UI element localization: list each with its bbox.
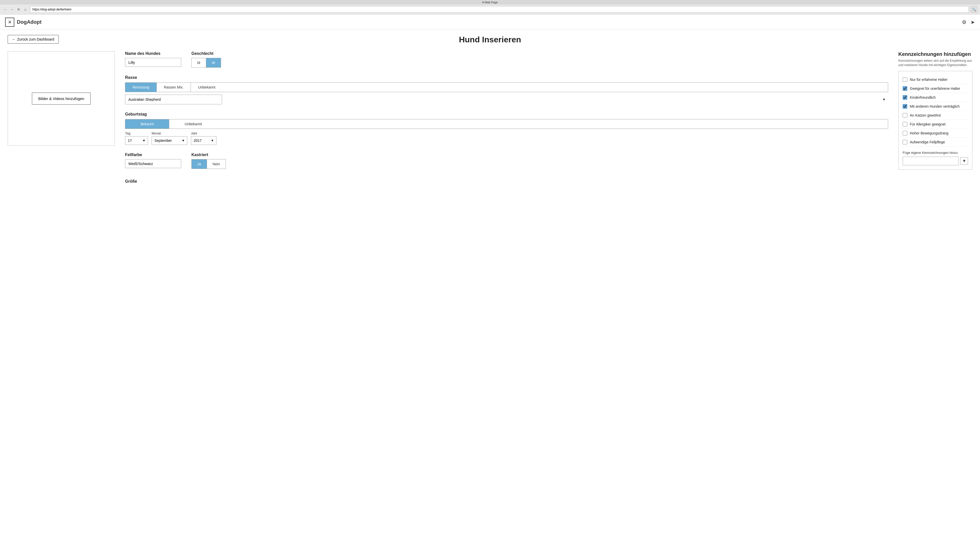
year-select-wrapper: 2017 2016 2015 ▼ xyxy=(191,136,216,145)
race-mix-button[interactable]: Rassen Mix. xyxy=(156,83,191,92)
birthday-bekannt-button[interactable]: Bekannt xyxy=(125,119,169,129)
day-select[interactable]: 17 xyxy=(125,136,148,145)
kennzeichnung-panel: Kennzeichnungen hinzufügen Kennzeichnung… xyxy=(898,51,972,184)
year-select[interactable]: 2017 2016 2015 xyxy=(191,136,216,145)
month-select-wrapper: Januar Februar März April Mai Juni Juli … xyxy=(151,136,187,145)
kenn-item: An Katzen gewöhnt xyxy=(903,111,968,120)
kastriert-toggle: Ja Nein xyxy=(191,159,226,169)
birthday-section: Geburtstag Bekannt Unbekannt Tag 17 ▼ xyxy=(125,112,888,145)
year-label: Jahr xyxy=(191,131,216,135)
kenn-item: Kinderfreundlich xyxy=(903,93,968,102)
nav-buttons: ← → ✕ ⌂ xyxy=(3,6,28,12)
kenn-add-row: + xyxy=(903,157,968,165)
race-label: Rasse xyxy=(125,75,888,80)
day-select-wrapper: 17 ▼ xyxy=(125,136,148,145)
gender-toggle: M W xyxy=(191,58,221,68)
kenn-title: Kennzeichnungen hinzufügen xyxy=(898,51,972,57)
kenn-add-input[interactable] xyxy=(903,157,959,165)
kastriert-nein-button[interactable]: Nein xyxy=(207,159,226,168)
kenn-add-section: Füge eigene Kennzeichnungen hinzu: + xyxy=(903,151,968,165)
fell-kastriert-row: Fellfarbe Kastriert Ja Nein xyxy=(125,152,888,169)
race-reinrassig-button[interactable]: Reinrassig xyxy=(125,83,156,92)
kenn-label-4: An Katzen gewöhnt xyxy=(910,113,941,118)
month-select[interactable]: Januar Februar März April Mai Juni Juli … xyxy=(151,136,187,145)
fell-group: Fellfarbe xyxy=(125,152,181,168)
back-button[interactable]: ← Zurück zum Dashboard xyxy=(8,35,59,44)
breed-select[interactable]: Australian Shepherd Labrador Golden Retr… xyxy=(125,95,222,104)
breed-select-wrapper: Australian Shepherd Labrador Golden Retr… xyxy=(125,95,888,104)
kastriert-label: Kastriert xyxy=(191,152,226,157)
app-header: ✕ DogAdopt ⚙ ➤ xyxy=(0,14,980,30)
birthday-unbekannt-button[interactable]: Unbekannt xyxy=(169,119,217,129)
race-section: Rasse Reinrassig Rassen Mix. Unbekannt A… xyxy=(125,75,888,104)
kenn-box: Nur für erfahrene Halter Geeignet für un… xyxy=(898,71,972,170)
gender-group: Geschlecht M W xyxy=(191,51,221,68)
kenn-checkbox-0[interactable] xyxy=(903,77,907,82)
kenn-checkbox-7[interactable] xyxy=(903,140,907,144)
logout-button[interactable]: ➤ xyxy=(970,19,975,25)
fell-input[interactable] xyxy=(125,159,181,168)
day-label: Tag xyxy=(125,131,148,135)
app-logo: ✕ DogAdopt xyxy=(5,17,41,27)
name-label: Name des Hundes xyxy=(125,51,181,56)
form-panel: Name des Hundes Geschlecht M W Rasse Rei… xyxy=(125,51,888,184)
kenn-item: Nur für erfahrene Halter xyxy=(903,75,968,84)
gender-label: Geschlecht xyxy=(191,51,221,56)
grosse-section: Größe xyxy=(125,179,888,184)
day-group: Tag 17 ▼ xyxy=(125,131,148,145)
name-group: Name des Hundes xyxy=(125,51,181,67)
kenn-checkbox-6[interactable] xyxy=(903,131,907,135)
settings-button[interactable]: ⚙ xyxy=(962,19,966,25)
kastriert-group: Kastriert Ja Nein xyxy=(191,152,226,169)
gender-w-button[interactable]: W xyxy=(206,58,221,67)
kenn-checkbox-4[interactable] xyxy=(903,113,907,118)
browser-toolbar: ← → ✕ ⌂ 🔍 xyxy=(0,5,980,14)
page-header: ← Zurück zum Dashboard Hund Inserieren xyxy=(0,30,980,46)
back-nav-button[interactable]: ← xyxy=(3,6,8,12)
kenn-item: Hoher Bewegungsdrang xyxy=(903,129,968,138)
browser-chrome: A Web Page ← → ✕ ⌂ 🔍 xyxy=(0,0,980,14)
kenn-label-7: Aufwendige Fellpflege xyxy=(910,140,945,144)
grosse-label: Größe xyxy=(125,179,137,183)
add-media-button[interactable]: Bilder & Videos hinzufügen xyxy=(32,93,91,105)
year-group: Jahr 2017 2016 2015 ▼ xyxy=(191,131,216,145)
kenn-checkbox-5[interactable] xyxy=(903,122,907,127)
page-container: ← Zurück zum Dashboard Hund Inserieren B… xyxy=(0,30,980,551)
page-title: Hund Inserieren xyxy=(459,35,521,44)
home-nav-button[interactable]: ⌂ xyxy=(22,6,28,12)
logo-x-icon: ✕ xyxy=(8,19,12,25)
birthday-toggle: Bekannt Unbekannt xyxy=(125,119,888,129)
image-upload-box: Bilder & Videos hinzufügen xyxy=(8,51,115,146)
close-nav-button[interactable]: ✕ xyxy=(16,6,21,12)
address-bar[interactable] xyxy=(30,6,969,13)
header-actions: ⚙ ➤ xyxy=(962,19,975,25)
birthday-label: Geburtstag xyxy=(125,112,888,117)
kenn-subtitle: Kennzeichnungen wirken sich auf die Empf… xyxy=(898,59,972,67)
kenn-checkbox-3[interactable] xyxy=(903,104,907,109)
main-content: Bilder & Videos hinzufügen Name des Hund… xyxy=(0,46,980,189)
search-button[interactable]: 🔍 xyxy=(971,6,977,13)
kenn-checkbox-2[interactable] xyxy=(903,95,907,100)
race-unbekannt-button[interactable]: Unbekannt xyxy=(191,83,223,92)
app-name: DogAdopt xyxy=(17,19,41,25)
breed-select-arrow-icon: ▼ xyxy=(883,98,886,101)
kenn-add-button[interactable]: + xyxy=(960,157,968,165)
kenn-label-5: Für Allergiker geeignet xyxy=(910,122,945,126)
image-panel: Bilder & Videos hinzufügen xyxy=(8,51,115,184)
kastriert-ja-button[interactable]: Ja xyxy=(192,159,207,168)
gender-m-button[interactable]: M xyxy=(192,58,206,67)
kenn-item: Für Allergiker geeignet xyxy=(903,120,968,129)
name-input[interactable] xyxy=(125,58,181,67)
back-arrow-icon: ← xyxy=(12,37,16,41)
kenn-add-label: Füge eigene Kennzeichnungen hinzu: xyxy=(903,151,968,155)
logo-icon: ✕ xyxy=(5,17,14,27)
back-button-label: Zurück zum Dashboard xyxy=(17,37,54,41)
race-toggle: Reinrassig Rassen Mix. Unbekannt xyxy=(125,83,888,92)
fell-label: Fellfarbe xyxy=(125,152,181,157)
date-row: Tag 17 ▼ Monat Januar xyxy=(125,131,888,145)
kenn-label-6: Hoher Bewegungsdrang xyxy=(910,131,948,135)
forward-nav-button[interactable]: → xyxy=(9,6,15,12)
kenn-label-3: Mit anderen Hunden verträglich xyxy=(910,104,959,108)
kenn-checkbox-1[interactable] xyxy=(903,86,907,91)
kenn-label-0: Nur für erfahrene Halter xyxy=(910,78,948,82)
